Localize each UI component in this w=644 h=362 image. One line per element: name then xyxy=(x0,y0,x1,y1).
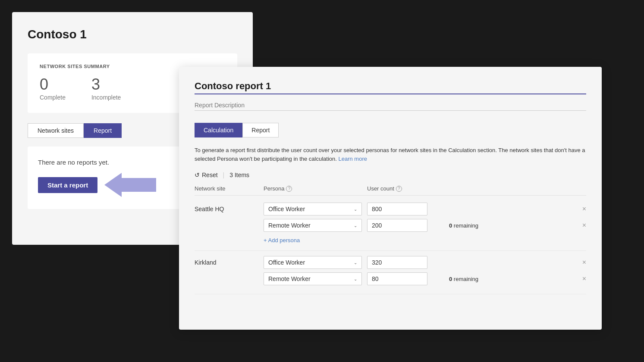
table-header: Network site Persona ? User count ? xyxy=(195,185,586,196)
info-text: To generate a report first distribute th… xyxy=(195,146,586,163)
stat-complete: 0 Complete xyxy=(40,77,66,101)
table-row: Seattle HQ Office Worker ⌄ × xyxy=(195,203,586,215)
stat-incomplete: 3 Incomplete xyxy=(91,77,121,101)
report-title-input[interactable] xyxy=(195,81,586,94)
calculation-tabs: Calculation Report xyxy=(195,123,586,137)
reset-icon: ↺ xyxy=(195,172,200,178)
table-controls: ↺ Reset | 3 Items xyxy=(195,172,586,178)
persona-info-icon: ? xyxy=(286,186,292,192)
table-row: Kirkland Office Worker ⌄ × xyxy=(195,256,586,269)
col-remaining xyxy=(445,185,576,192)
persona-select-remote-2[interactable]: Remote Worker ⌄ xyxy=(264,272,362,285)
col-user-count: User count ? xyxy=(367,185,445,192)
tab-report[interactable]: Report xyxy=(242,123,279,137)
count-input-office-2[interactable] xyxy=(367,256,427,269)
site-name-kirkland: Kirkland xyxy=(195,259,264,266)
tab-report[interactable]: Report xyxy=(84,123,122,138)
tab-network-sites[interactable]: Network sites xyxy=(28,123,84,138)
report-description-input[interactable] xyxy=(195,102,586,111)
start-report-button[interactable]: Start a report xyxy=(38,177,97,193)
table-row: Remote Worker ⌄ 0 remaining × xyxy=(195,219,586,232)
user-count-info-icon: ? xyxy=(396,186,402,192)
chevron-down-icon: ⌄ xyxy=(354,223,357,228)
persona-select-remote-1[interactable]: Remote Worker ⌄ xyxy=(264,219,362,232)
remove-row-button[interactable]: × xyxy=(582,222,586,229)
remaining-badge: 0 remaining xyxy=(449,276,478,282)
col-persona: Persona ? xyxy=(264,185,367,192)
left-panel-title: Contoso 1 xyxy=(28,28,237,41)
count-input-office-1[interactable] xyxy=(367,203,427,215)
count-input-remote-1[interactable] xyxy=(367,219,427,232)
persona-select-office-1[interactable]: Office Worker ⌄ xyxy=(264,203,362,215)
remaining-cell-4: 0 remaining xyxy=(445,276,576,282)
items-count: 3 Items xyxy=(229,172,249,178)
table-row: Remote Worker ⌄ 0 remaining × xyxy=(195,272,586,285)
remove-row-button[interactable]: × xyxy=(582,275,586,283)
arrow-head xyxy=(104,173,122,197)
complete-value: 0 xyxy=(40,77,66,92)
incomplete-desc: Incomplete xyxy=(91,94,121,101)
site-group-seattle: Seattle HQ Office Worker ⌄ × Remote Work… xyxy=(195,197,586,251)
right-panel: Calculation Report To generate a report … xyxy=(179,67,602,330)
reset-button[interactable]: ↺ Reset xyxy=(195,172,218,178)
arrow-body xyxy=(122,178,156,192)
divider: | xyxy=(223,172,225,178)
chevron-down-icon: ⌄ xyxy=(354,260,357,265)
remove-row-button[interactable]: × xyxy=(582,259,586,266)
col-actions xyxy=(576,185,586,192)
remove-row-button[interactable]: × xyxy=(582,205,586,213)
remaining-badge: 0 remaining xyxy=(449,222,478,229)
complete-desc: Complete xyxy=(40,94,66,101)
chevron-down-icon: ⌄ xyxy=(354,207,357,212)
tab-calculation[interactable]: Calculation xyxy=(195,123,242,137)
remaining-cell-2: 0 remaining xyxy=(445,222,576,229)
count-input-remote-2[interactable] xyxy=(367,272,427,285)
arrow-decoration xyxy=(104,173,156,197)
col-network-site: Network site xyxy=(195,185,264,192)
add-persona-button[interactable]: + Add persona xyxy=(264,235,300,245)
incomplete-value: 3 xyxy=(91,77,121,92)
chevron-down-icon: ⌄ xyxy=(354,277,357,281)
site-group-kirkland: Kirkland Office Worker ⌄ × Remote Worker… xyxy=(195,251,586,294)
learn-more-link[interactable]: Learn more xyxy=(338,156,367,162)
persona-select-office-2[interactable]: Office Worker ⌄ xyxy=(264,256,362,269)
site-name-seattle: Seattle HQ xyxy=(195,206,264,212)
